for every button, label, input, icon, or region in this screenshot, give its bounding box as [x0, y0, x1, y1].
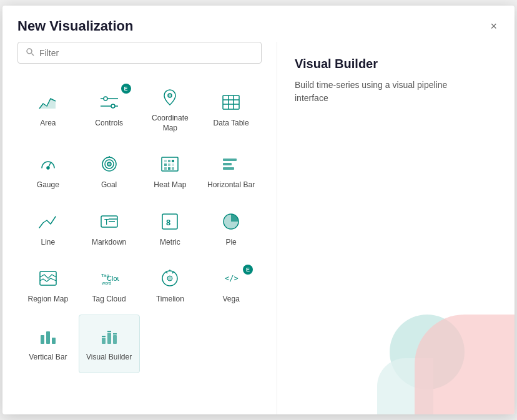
svg-text:</>: </>	[225, 274, 239, 283]
detail-title: Visual Builder	[295, 57, 497, 71]
viz-item-pie[interactable]: Pie	[200, 200, 262, 258]
svg-rect-32	[223, 163, 232, 165]
heat-map-icon	[159, 153, 181, 175]
viz-label-region-map: Region Map	[28, 295, 69, 305]
svg-point-16	[47, 167, 49, 169]
svg-rect-53	[52, 338, 56, 344]
viz-label-gauge: Gauge	[37, 180, 59, 190]
svg-point-46	[167, 276, 172, 281]
svg-rect-10	[223, 95, 239, 109]
viz-item-gauge[interactable]: Gauge	[17, 143, 79, 200]
viz-item-data-table[interactable]: Data Table	[200, 76, 262, 143]
svg-rect-29	[168, 167, 170, 170]
viz-label-controls: Controls	[95, 119, 123, 129]
modal-title: New Visualization	[17, 18, 133, 34]
viz-item-heat-map[interactable]: Heat Map	[140, 143, 201, 200]
search-icon	[26, 47, 34, 58]
viz-grid: Area E Controls	[17, 76, 262, 373]
controls-icon	[98, 91, 121, 114]
svg-rect-22	[164, 160, 167, 162]
viz-label-markdown: Markdown	[92, 238, 126, 248]
viz-label-pie: Pie	[225, 238, 236, 248]
viz-item-visual-builder[interactable]: Visual Builder	[79, 315, 140, 373]
pie-icon	[220, 210, 242, 233]
svg-rect-55	[107, 333, 111, 344]
viz-item-metric[interactable]: 8 Metric	[140, 200, 201, 258]
modal-body: Area E Controls	[2, 42, 515, 414]
vega-icon: </>	[220, 267, 242, 290]
svg-rect-23	[168, 160, 170, 162]
viz-label-metric: Metric	[160, 238, 180, 248]
viz-item-tag-cloud[interactable]: TagCloudword Tag Cloud	[79, 257, 140, 315]
badge-experimental-controls: E	[121, 84, 131, 94]
svg-point-3	[104, 97, 107, 100]
metric-icon: 8	[159, 210, 181, 233]
svg-rect-25	[164, 164, 167, 166]
decorative-shapes	[377, 277, 515, 414]
vertical-bar-icon	[37, 325, 59, 348]
svg-rect-26	[168, 164, 170, 166]
viz-item-region-map[interactable]: Region Map	[17, 257, 79, 315]
horizontal-bar-icon	[220, 153, 242, 175]
viz-label-visual-builder: Visual Builder	[86, 353, 132, 363]
svg-text:T: T	[104, 218, 109, 227]
coordinate-map-icon	[159, 86, 181, 109]
svg-rect-30	[172, 167, 174, 170]
svg-rect-51	[41, 335, 44, 344]
svg-rect-27	[172, 164, 174, 166]
viz-item-vega[interactable]: E </> Vega	[200, 257, 262, 315]
viz-item-coordinate-map[interactable]: Coordinate Map	[140, 76, 201, 143]
viz-label-timelion: Timelion	[156, 295, 184, 305]
goal-icon	[98, 153, 121, 175]
viz-label-vega: Vega	[222, 295, 239, 305]
area-icon	[37, 91, 59, 114]
gauge-icon	[37, 153, 59, 175]
filter-input[interactable]	[39, 48, 254, 58]
close-button[interactable]: ×	[488, 18, 500, 34]
svg-text:word: word	[101, 281, 111, 285]
left-panel: Area E Controls	[2, 42, 277, 414]
svg-line-1	[32, 54, 34, 56]
viz-item-goal[interactable]: Goal	[79, 143, 140, 200]
viz-label-vertical-bar: Vertical Bar	[29, 353, 67, 363]
svg-point-19	[107, 162, 111, 166]
svg-rect-52	[46, 331, 50, 344]
svg-rect-24	[172, 160, 174, 162]
svg-rect-33	[223, 167, 234, 170]
viz-item-horizontal-bar[interactable]: Horizontal Bar	[200, 143, 262, 200]
filter-bar	[17, 42, 262, 64]
svg-rect-54	[102, 338, 106, 344]
viz-item-vertical-bar[interactable]: Vertical Bar	[17, 315, 79, 373]
visual-builder-icon	[98, 325, 121, 348]
line-icon	[37, 210, 59, 233]
viz-item-markdown[interactable]: T Markdown	[79, 200, 140, 258]
modal-header: New Visualization ×	[2, 6, 515, 42]
markdown-icon: T	[98, 210, 121, 233]
viz-label-horizontal-bar: Horizontal Bar	[207, 180, 255, 190]
shape-pink	[415, 315, 515, 414]
svg-point-0	[27, 49, 32, 54]
svg-point-9	[168, 94, 172, 97]
viz-label-coordinate-map: Coordinate Map	[145, 114, 196, 133]
tag-cloud-icon: TagCloudword	[98, 267, 121, 290]
badge-experimental-vega: E	[243, 265, 253, 275]
viz-label-heat-map: Heat Map	[154, 180, 186, 190]
modal-overlay: New Visualization ×	[0, 0, 517, 420]
viz-label-goal: Goal	[101, 180, 117, 190]
viz-label-data-table: Data Table	[214, 119, 249, 129]
viz-label-tag-cloud: Tag Cloud	[92, 295, 126, 305]
svg-point-6	[111, 104, 115, 108]
detail-description: Build time-series using a visual pipelin…	[295, 79, 457, 105]
region-map-icon	[37, 267, 59, 290]
data-table-icon	[220, 91, 242, 114]
modal: New Visualization ×	[2, 6, 515, 414]
right-panel: Visual Builder Build time-series using a…	[277, 42, 515, 414]
viz-item-line[interactable]: Line	[17, 200, 79, 258]
svg-rect-28	[164, 167, 167, 170]
timelion-icon	[159, 267, 181, 290]
viz-item-timelion[interactable]: Timelion	[140, 257, 201, 315]
svg-rect-56	[113, 335, 117, 344]
viz-item-controls[interactable]: E Controls	[79, 76, 140, 143]
viz-label-area: Area	[40, 119, 56, 129]
viz-item-area[interactable]: Area	[17, 76, 79, 143]
